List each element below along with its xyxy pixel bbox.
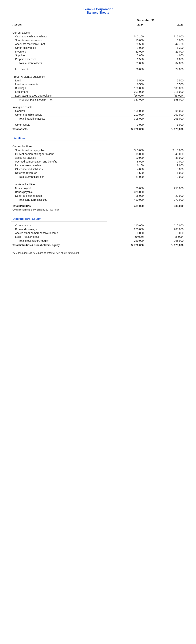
footer-note: The accompanying notes are an integral p… <box>11 252 185 254</box>
investments-row: Investments 36,000 24,000 <box>11 67 185 71</box>
spacer <box>11 120 185 123</box>
list-item: Other intangible assets 200,000 100,000 <box>11 113 185 117</box>
list-item: Common stock 110,000 110,000 <box>11 224 185 227</box>
spacer <box>11 27 185 29</box>
list-item: Retained earnings 220,000 205,000 <box>11 227 185 231</box>
list-item: Equipment 201,000 211,000 <box>11 90 185 94</box>
year-2023-header: 2023 <box>145 22 185 27</box>
total-equity-row: Total stockholders' equity 289,000 295,0… <box>11 239 185 243</box>
spacer <box>11 102 185 104</box>
commitments-row: Commitments and contingencies (see notes… <box>11 208 185 212</box>
column-header-row: Assets 2024 2023 <box>11 22 185 27</box>
list-item: Income taxes payable 6,100 9,000 <box>11 164 185 167</box>
intangible-total-row: Total intangible assets 305,000 205,000 <box>11 117 185 121</box>
grand-total-row: Total liabilities & stockholders' equity… <box>11 243 185 247</box>
liabilities-section-header: Liabilities <box>11 133 185 141</box>
other-assets-row: Other assets 3,000 1,000 <box>11 123 185 127</box>
year-2024-header: 2024 <box>107 22 145 27</box>
list-item: Short-term investments 10,000 3,000 <box>11 38 185 42</box>
date-header-row: December 31 <box>11 18 185 22</box>
spacer <box>11 202 185 204</box>
list-item: Prepaid expenses 1,500 1,000 <box>11 57 185 61</box>
spacer <box>11 221 185 224</box>
title-section: Example Corporation Balance Sheets <box>11 8 185 14</box>
equity-section-header: Stockholders' Equity <box>11 214 185 221</box>
statement-title: Balance Sheets <box>11 11 185 14</box>
list-item: Other accrued liabilities 4,000 5,000 <box>11 167 185 171</box>
spacer <box>11 131 185 133</box>
list-item: Supplies 3,800 4,000 <box>11 54 185 57</box>
list-item: Other receivables 1,000 1,300 <box>11 46 185 50</box>
ppe-total-row: Property, plant & equip. - net 337,000 3… <box>11 98 185 102</box>
list-item: Less: accumulated depreciation (56,000) … <box>11 94 185 98</box>
current-liabilities-header: Current liabilities <box>11 143 185 148</box>
list-item: Land 5,500 5,500 <box>11 78 185 82</box>
total-current-assets-row: Total current assets 89,000 87,000 <box>11 61 185 65</box>
current-assets-header: Current assets <box>11 29 185 34</box>
list-item: Deferred income taxes 25,000 20,000 <box>11 194 185 198</box>
spacer <box>11 179 185 181</box>
spacer <box>11 212 185 214</box>
list-item: Land improvements 6,500 6,500 <box>11 82 185 86</box>
total-assets-row: Total assets $ 770,000 $ 675,000 <box>11 127 185 131</box>
long-term-liabilities-header: Long-term liabilities <box>11 181 185 186</box>
list-item: Accrued compensation and benefits 8,500 … <box>11 160 185 164</box>
list-item: Buildings 180,000 180,000 <box>11 86 185 90</box>
assets-label: Assets <box>11 22 107 27</box>
total-long-term-liabilities-row: Total long-term liabilities 420,000 270,… <box>11 198 185 202</box>
total-liabilities-row: Total liabilities 481,000 380,000 <box>11 204 185 208</box>
company-name: Example Corporation <box>11 8 185 11</box>
list-item: Notes payable 20,000 250,000 <box>11 186 185 190</box>
list-item: Accounts payable 20,900 38,000 <box>11 156 185 160</box>
list-item: Accum other comprehensive income 9,000 5… <box>11 231 185 235</box>
intangible-header: Intangible assets <box>11 104 185 109</box>
spacer <box>11 71 185 73</box>
list-item: Bonds payable 375,000 - <box>11 190 185 194</box>
spacer <box>11 141 185 143</box>
list-item: Goodwill 105,000 105,000 <box>11 109 185 113</box>
list-item: Current portion of long-term debt 15,000… <box>11 152 185 156</box>
current-assets-label: Current assets <box>11 29 185 34</box>
date-header: December 31 <box>107 18 185 22</box>
total-current-liabilities-row: Total current liabilities 61,000 110,000 <box>11 175 185 179</box>
list-item: Deferred revenues 1,500 1,000 <box>11 171 185 175</box>
list-item: Accounts receivable - net 39,500 42,700 <box>11 42 185 46</box>
list-item: Less: Treasury stock (50,000) (25,000) <box>11 235 185 239</box>
list-item: Inventory 31,000 29,000 <box>11 50 185 54</box>
list-item: Cash and cash equivalents $ 2,200 $ 6,00… <box>11 34 185 38</box>
cash-2023: $ 6,000 <box>145 34 185 38</box>
ppe-header: Property, plant & equipment <box>11 73 185 78</box>
cash-label: Cash and cash equivalents <box>11 34 107 38</box>
spacer <box>11 65 185 67</box>
cash-2024: $ 2,200 <box>107 34 145 38</box>
list-item: Short-term loans payable $ 5,000 $ 10,00… <box>11 148 185 152</box>
